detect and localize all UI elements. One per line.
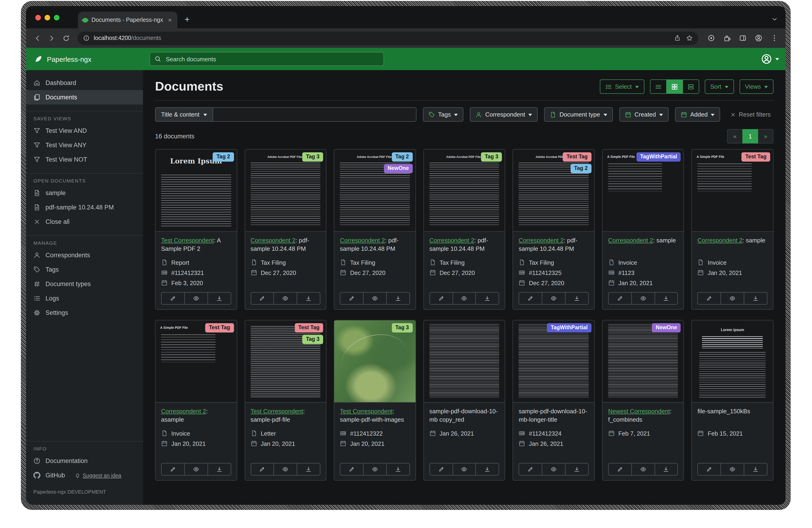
tab-groups-button[interactable] — [705, 32, 718, 45]
sidebar-item-github[interactable]: GitHubSuggest an idea — [26, 468, 143, 483]
document-title[interactable]: Test Correspondent: sample-pdf-with-imag… — [340, 407, 410, 424]
share-icon[interactable] — [674, 35, 681, 41]
edit-button[interactable] — [608, 463, 632, 475]
download-button[interactable] — [654, 463, 678, 475]
sidebar-link-suggest-an-idea[interactable]: Suggest an idea — [75, 472, 121, 478]
next-page-button[interactable]: » — [758, 129, 773, 143]
download-button[interactable] — [744, 292, 767, 305]
global-search[interactable] — [149, 52, 384, 66]
menu-dots-button[interactable] — [768, 32, 781, 45]
edit-button[interactable] — [698, 292, 721, 305]
edit-button[interactable] — [519, 292, 542, 305]
sidebar-item-correspondents[interactable]: Correspondents — [26, 248, 143, 262]
preview-button[interactable] — [721, 292, 744, 305]
preview-button[interactable] — [452, 292, 476, 305]
correspondent-link[interactable]: Correspondent 2 — [519, 237, 564, 244]
filter-correspondent-button[interactable]: Correspondent — [470, 107, 538, 122]
filter-field-selector[interactable]: Title & content — [155, 107, 213, 122]
document-thumbnail[interactable]: NewOne — [603, 320, 684, 403]
card-view-button[interactable] — [682, 80, 699, 94]
tag-badge[interactable]: Tag 3 — [302, 335, 323, 344]
preview-button[interactable] — [363, 292, 387, 305]
tag-badge[interactable]: Tag 3 — [481, 152, 502, 161]
edit-button[interactable] — [519, 463, 542, 475]
list-view-button[interactable] — [650, 80, 666, 94]
document-thumbnail[interactable]: Lorem Ipsum Tag 2 — [156, 149, 236, 232]
tag-badge[interactable]: Test Tag — [294, 323, 323, 332]
correspondent-link[interactable]: Test Correspondent — [161, 237, 214, 244]
document-thumbnail[interactable]: Adobe Acrobat PDF Files Test TagTag 2 — [513, 149, 594, 232]
download-button[interactable] — [744, 463, 767, 475]
download-button[interactable] — [386, 463, 410, 475]
preview-button[interactable] — [721, 463, 744, 475]
download-button[interactable] — [297, 463, 321, 475]
sidebar-item-tags[interactable]: Tags — [26, 262, 143, 277]
address-bar[interactable]: localhost:4200/documents — [77, 31, 698, 45]
tag-badge[interactable]: Test Tag — [563, 152, 592, 161]
tag-badge[interactable]: TagWithPartial — [547, 323, 592, 332]
download-button[interactable] — [565, 292, 589, 305]
filter-created-button[interactable]: Created — [619, 107, 669, 122]
document-thumbnail[interactable]: Test TagTag 3 — [245, 320, 326, 403]
tag-badge[interactable]: Test Tag — [742, 152, 770, 161]
edit-button[interactable] — [161, 292, 185, 305]
download-button[interactable] — [565, 463, 589, 475]
preview-button[interactable] — [184, 292, 208, 305]
document-title[interactable]: Correspondent 2: sample — [698, 237, 767, 253]
document-thumbnail[interactable]: TagWithPartial — [513, 320, 594, 403]
download-button[interactable] — [654, 292, 678, 305]
previous-page-button[interactable]: « — [727, 129, 743, 143]
tab-close-icon[interactable]: × — [167, 17, 173, 23]
preview-button[interactable] — [542, 463, 565, 475]
edit-button[interactable] — [161, 463, 185, 475]
app-brand[interactable]: Paperless-ngx — [32, 55, 149, 63]
document-title[interactable]: Correspondent 2: sample — [608, 237, 678, 253]
reset-filters-button[interactable]: Reset filters — [728, 111, 773, 118]
forward-button[interactable] — [45, 31, 58, 45]
preview-button[interactable] — [184, 463, 208, 475]
download-button[interactable] — [297, 292, 321, 305]
preview-button[interactable] — [274, 292, 298, 305]
search-input[interactable] — [165, 55, 379, 63]
document-thumbnail[interactable]: Lorem ipsum — [692, 320, 773, 403]
tag-badge[interactable]: Tag 2 — [213, 152, 234, 161]
document-thumbnail[interactable]: Tag 3 — [334, 320, 415, 403]
document-title[interactable]: Correspondent 2: pdf-sample 10.24.48 PM — [519, 237, 589, 253]
correspondent-link[interactable]: Test Correspondent — [250, 408, 303, 415]
edit-button[interactable] — [698, 463, 721, 475]
preview-button[interactable] — [452, 463, 476, 475]
tag-badge[interactable]: NewOne — [384, 164, 412, 173]
edit-button[interactable] — [250, 292, 274, 305]
filter-document-type-button[interactable]: Document type — [544, 107, 613, 122]
sidebar-item-logs[interactable]: Logs — [26, 291, 143, 305]
document-thumbnail[interactable]: A Simple PDF File Test Tag — [692, 149, 773, 232]
correspondent-link[interactable]: Correspondent 2 — [429, 237, 474, 244]
correspondent-link[interactable]: Newest Correspondent — [608, 408, 670, 415]
tag-badge[interactable]: Tag 2 — [570, 164, 591, 173]
document-thumbnail[interactable]: Adobe Acrobat PDF Files Tag 3 — [245, 149, 326, 232]
sidebar-item-pdf-sample-10-24-48-pm[interactable]: pdf-sample 10.24.48 PM — [26, 200, 143, 215]
extensions-puzzle-button[interactable] — [721, 32, 734, 45]
document-title[interactable]: Correspondent 2: asample — [161, 407, 231, 424]
sidebar-item-documents[interactable]: Documents — [26, 90, 143, 104]
edit-button[interactable] — [429, 292, 453, 305]
correspondent-link[interactable]: Correspondent 2 — [340, 237, 385, 244]
document-title[interactable]: sample-pdf-download-10-mb copy_red — [429, 407, 499, 424]
new-tab-button[interactable]: + — [180, 13, 194, 27]
document-thumbnail[interactable]: Adobe Acrobat PDF Files Tag 3 — [424, 149, 505, 232]
site-info-icon[interactable] — [83, 35, 90, 41]
select-button[interactable]: Select — [599, 80, 644, 94]
document-title[interactable]: Test Correspondent: sample-pdf-file — [250, 407, 320, 424]
preview-button[interactable] — [274, 463, 298, 475]
sidebar-item-sample[interactable]: sample — [26, 186, 143, 200]
tag-badge[interactable]: Tag 2 — [392, 152, 412, 161]
correspondent-link[interactable]: Test Correspondent — [340, 408, 393, 415]
preview-button[interactable] — [631, 463, 655, 475]
preview-button[interactable] — [542, 292, 565, 305]
sidebar-item-dashboard[interactable]: Dashboard — [26, 76, 143, 90]
document-title[interactable]: sample-pdf-download-10-mb-longer-title — [519, 407, 589, 424]
edit-button[interactable] — [340, 463, 363, 475]
tag-badge[interactable]: TagWithPartial — [637, 152, 681, 161]
edit-button[interactable] — [608, 292, 632, 305]
filter-added-button[interactable]: Added — [675, 107, 720, 122]
